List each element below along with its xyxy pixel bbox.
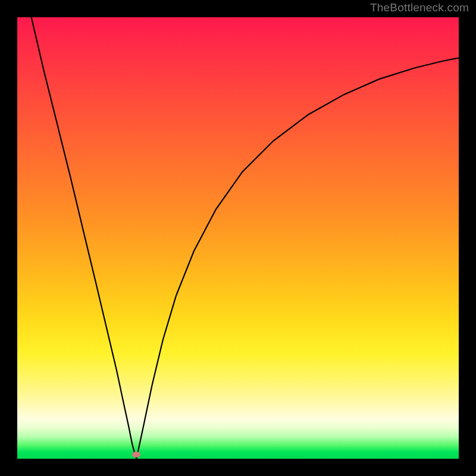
plot-area — [17, 17, 459, 459]
minimum-marker — [132, 452, 140, 458]
curve-right-branch — [136, 58, 459, 459]
bottleneck-curve — [17, 17, 459, 459]
chart-frame: TheBottleneck.com — [0, 0, 476, 476]
watermark-text: TheBottleneck.com — [370, 1, 469, 14]
curve-left-branch — [32, 17, 137, 459]
